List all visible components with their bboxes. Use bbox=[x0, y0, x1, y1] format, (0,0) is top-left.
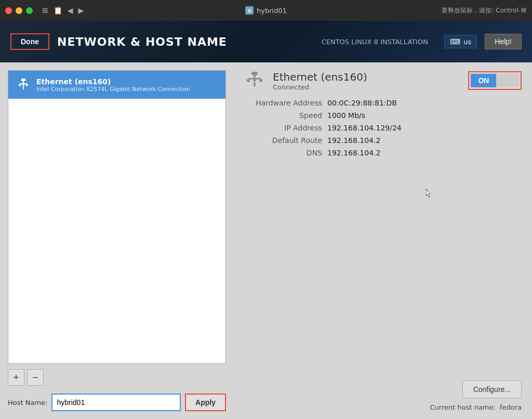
titlebar: ⊞ 📋 ◀ ▶ 🖥 hybrid01 要释放鼠标，请按: Control-⌘ bbox=[0, 0, 532, 21]
hardware-address-value: 00:0C:29:88:81:DB bbox=[327, 99, 397, 107]
current-hostname-row: Current host name: fedora bbox=[244, 403, 522, 411]
svg-rect-12 bbox=[248, 78, 249, 82]
keyboard-indicator[interactable]: ⌨ us bbox=[444, 35, 477, 48]
route-label: Default Route bbox=[244, 136, 322, 145]
device-name: Ethernet (ens160) bbox=[273, 71, 367, 83]
nav-screenshot-icon[interactable]: 📋 bbox=[54, 6, 62, 15]
keyboard-lang: us bbox=[463, 38, 471, 46]
speed-row: Speed 1000 Mb/s bbox=[244, 111, 522, 120]
device-icon bbox=[244, 70, 265, 91]
titlebar-center: 🖥 hybrid01 bbox=[245, 6, 287, 15]
list-item[interactable]: Ethernet (ens160) Intel Corporation 8257… bbox=[8, 71, 225, 99]
device-status: Connected bbox=[273, 83, 367, 91]
keyboard-icon: ⌨ bbox=[450, 37, 460, 46]
hostname-label: Host Name: bbox=[8, 399, 47, 407]
route-row: Default Route 192.168.104.2 bbox=[244, 136, 522, 145]
dns-label: DNS bbox=[244, 149, 322, 157]
toggle-container[interactable]: ON bbox=[468, 71, 522, 90]
device-header: Ethernet (ens160) Connected ON bbox=[244, 70, 522, 91]
svg-rect-15 bbox=[261, 80, 262, 82]
configure-button[interactable]: Configure... bbox=[462, 381, 522, 398]
svg-rect-10 bbox=[254, 75, 255, 78]
centos-label: CENTOS LINUX 8 INSTALLATION bbox=[322, 38, 428, 46]
vm-icon: 🖥 bbox=[245, 6, 254, 15]
help-button[interactable]: Help! bbox=[485, 34, 522, 49]
current-hostname-value: fedora bbox=[500, 403, 522, 411]
speed-value: 1000 Mb/s bbox=[327, 111, 365, 120]
right-bottom-actions: Configure... bbox=[244, 381, 522, 398]
route-value: 192.168.104.2 bbox=[327, 136, 380, 145]
maximize-button[interactable] bbox=[26, 7, 33, 14]
svg-rect-7 bbox=[22, 84, 24, 86]
apply-button[interactable]: Apply bbox=[185, 394, 226, 411]
right-panel: Ethernet (ens160) Connected ON Hardware … bbox=[234, 62, 532, 419]
svg-rect-16 bbox=[254, 80, 256, 82]
ethernet-icon bbox=[16, 77, 31, 93]
network-item-desc: Intel Corporation 82574L Gigabit Network… bbox=[36, 86, 190, 93]
ip-label: IP Address bbox=[244, 124, 322, 132]
main-content: Ethernet (ens160) Intel Corporation 8257… bbox=[0, 62, 532, 419]
device-info: Ethernet (ens160) Connected bbox=[273, 71, 367, 91]
done-button[interactable]: Done bbox=[10, 33, 49, 50]
svg-rect-2 bbox=[20, 83, 27, 84]
current-hostname-label: Current host name: bbox=[430, 403, 496, 411]
ip-value: 192.168.104.129/24 bbox=[327, 124, 402, 132]
svg-rect-1 bbox=[23, 81, 24, 83]
window-controls[interactable] bbox=[5, 7, 33, 14]
left-panel: Ethernet (ens160) Intel Corporation 8257… bbox=[0, 62, 234, 419]
nav-back-icon[interactable]: ◀ bbox=[68, 6, 73, 15]
svg-rect-5 bbox=[19, 84, 20, 86]
ip-row: IP Address 192.168.104.129/24 bbox=[244, 124, 522, 132]
svg-rect-13 bbox=[260, 78, 261, 82]
hardware-address-row: Hardware Address 00:0C:29:88:81:DB bbox=[244, 99, 522, 107]
hostname-row: Host Name: Apply bbox=[8, 394, 226, 411]
nav-forward-icon[interactable]: ▶ bbox=[78, 6, 84, 15]
svg-rect-8 bbox=[23, 86, 24, 89]
svg-rect-6 bbox=[27, 84, 28, 86]
remove-button[interactable]: − bbox=[27, 369, 44, 386]
network-item-info: Ethernet (ens160) Intel Corporation 8257… bbox=[36, 77, 190, 93]
device-details: Hardware Address 00:0C:29:88:81:DB Speed… bbox=[244, 99, 522, 381]
page-title: NETWORK & HOST NAME bbox=[57, 35, 227, 48]
svg-rect-4 bbox=[26, 83, 27, 86]
header-right: CENTOS LINUX 8 INSTALLATION ⌨ us Help! bbox=[444, 34, 522, 49]
close-button[interactable] bbox=[5, 7, 12, 14]
svg-rect-14 bbox=[247, 80, 248, 82]
minimize-button[interactable] bbox=[16, 7, 22, 14]
dns-row: DNS 192.168.104.2 bbox=[244, 149, 522, 157]
titlebar-hint: 要释放鼠标，请按: Control-⌘ bbox=[442, 6, 527, 15]
network-item-name: Ethernet (ens160) bbox=[36, 77, 190, 86]
titlebar-nav: ⊞ 📋 ◀ ▶ bbox=[42, 6, 84, 15]
toggle-on-button[interactable]: ON bbox=[471, 74, 496, 87]
network-list: Ethernet (ens160) Intel Corporation 8257… bbox=[8, 70, 226, 364]
app-header: Done NETWORK & HOST NAME CENTOS LINUX 8 … bbox=[0, 21, 532, 62]
list-controls: + − bbox=[8, 369, 226, 386]
hostname-input[interactable] bbox=[51, 394, 181, 411]
add-button[interactable]: + bbox=[8, 369, 24, 386]
speed-label: Speed bbox=[244, 111, 322, 120]
window-title: hybrid01 bbox=[257, 7, 287, 15]
dns-value: 192.168.104.2 bbox=[327, 149, 380, 157]
svg-rect-3 bbox=[20, 83, 21, 86]
toggle-off-button[interactable] bbox=[496, 74, 519, 87]
svg-rect-17 bbox=[254, 82, 255, 86]
svg-rect-9 bbox=[251, 72, 257, 75]
svg-rect-11 bbox=[248, 78, 261, 79]
nav-sidebar-icon[interactable]: ⊞ bbox=[42, 6, 48, 15]
svg-rect-0 bbox=[21, 78, 25, 81]
hardware-address-label: Hardware Address bbox=[244, 99, 322, 107]
